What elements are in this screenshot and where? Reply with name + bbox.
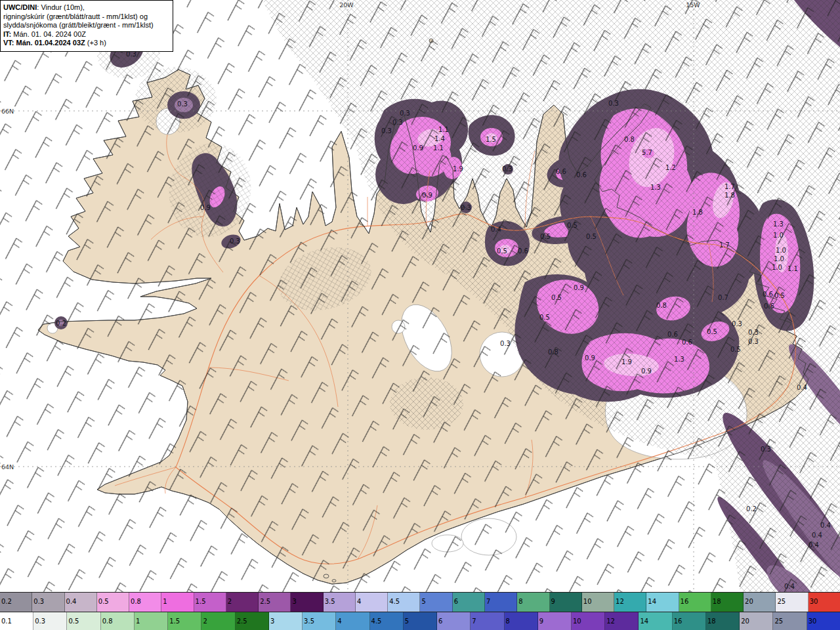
colorbar-cell: 16 [673,612,706,630]
colorbar-tick-label: 4 [356,593,387,611]
colorbar-tick-label: 30 [807,612,840,630]
colorbar-tick-label: 12 [605,612,638,630]
colorbar-cell: 10 [572,612,605,630]
init-time-line: IT: Mán. 01. 04. 2024 00Z [3,30,169,39]
colorbar-cell: 12 [614,593,646,612]
colorbar-tick-label: 25 [773,612,806,630]
colorbar-tick-label: 0.8 [129,593,161,611]
colorbar-cell: 10 [582,593,614,612]
colorbar-tick-label: 5 [420,593,452,611]
colorbar-cell: 7 [471,612,504,630]
colorbar-cell: 2.5 [259,593,291,612]
title-line-1: UWC/DINI: Vindur (10m), [3,3,169,12]
colorbar-cell: 18 [711,593,744,612]
colorbar-tick-label: 7 [485,593,516,611]
colorbar-tick-label: 14 [646,593,678,611]
colorbar-tick-label: 16 [673,612,705,630]
colorbar-cell: 0.8 [129,593,161,612]
colorbar-tick-label: 3 [291,593,322,611]
colorbar-cell: 0.4 [65,593,97,612]
colorbar-tick-label: 6 [453,593,484,611]
colorbar-tick-label: 0.8 [101,612,134,630]
colorbar-cell: 12 [605,612,639,630]
colorbar-cell: 5 [420,593,452,612]
colorbar-tick-label: 1 [161,593,193,611]
colorbar-tick-label: 8 [517,593,549,611]
colorbar-cell: 4.5 [388,593,420,612]
colorbar-cell: 20 [744,593,776,612]
colorbar-tick-label: 18 [711,593,743,611]
colorbar-cell: 25 [776,593,808,612]
colorbar-cell: 9 [538,612,572,630]
colorbar-cell: 6 [453,593,485,612]
map-area: 0.30.30.90.30.20.30.30.31.11.41.10.91.51… [0,0,840,592]
colorbar-tick-label: 12 [614,593,646,611]
colorbar-cell: 0.8 [101,612,135,630]
title-line-3: slydda/snjókoma (grátt/bleikt/grænt - mm… [3,21,169,30]
colorbar-tick-label: 1 [135,612,167,630]
colorbar-tick-label: 2 [201,612,234,630]
colorbar-cell: 9 [550,593,582,612]
colorbar-cell: 7 [485,593,517,612]
colorbar-tick-label: 4.5 [388,593,419,611]
colorbar-cell: 30 [807,612,840,630]
colorbar-tick-label: 0.5 [97,593,129,611]
colorbar-tick-label: 30 [808,593,840,611]
map-title-box: UWC/DINI: Vindur (10m), rigning/skúrir (… [0,0,173,52]
colorbar-tick-label: 10 [582,593,614,611]
colorbar-tick-label: 3 [269,612,302,630]
colorbar-tick-label: 1.5 [168,612,201,630]
colorbar-tick-label: 0.3 [33,612,66,630]
colorbar-cell: 3 [269,612,303,630]
colorbar-tick-label: 8 [505,612,537,630]
colorbar-tick-label: 0.3 [32,593,64,611]
colorbar-tick-label: 20 [740,612,772,630]
colorbar-cell: 20 [740,612,773,630]
colorbar-cell: 25 [773,612,807,630]
colorbar-tick-label: 0.1 [0,612,33,630]
colorbar-cell: 2 [201,612,235,630]
colorbar-cell: 3.5 [324,593,356,612]
colorbar-tick-label: 3.5 [303,612,335,630]
colorbar-cell: 16 [679,593,711,612]
colorbar-snow-scale: 0.20.30.40.50.811.522.533.544.5567891012… [0,592,840,612]
colorbar-tick-label: 16 [679,593,711,611]
colorbar-tick-label: 5 [404,612,436,630]
colorbar-tick-label: 2.5 [259,593,290,611]
colorbar-cell: 0.5 [67,612,100,630]
colorbar-tick-label: 4.5 [370,612,403,630]
colorbar-tick-label: 18 [706,612,739,630]
colorbar-cell: 4.5 [370,612,404,630]
colorbar-tick-label: 0.2 [0,593,32,611]
colorbar-cell: 1.5 [168,612,201,630]
colorbar-cell: 4 [356,593,388,612]
weather-map-page: 0.30.30.90.30.20.30.30.31.11.41.10.91.51… [0,0,840,630]
iceland-weather-map-svg [0,0,840,592]
colorbar-tick-label: 4 [336,612,369,630]
colorbar-cell: 0.5 [97,593,129,612]
colorbar-tick-label: 9 [538,612,571,630]
colorbar-tick-label: 9 [550,593,581,611]
colorbar-cell: 3 [291,593,323,612]
title-line-2: rigning/skúrir (grænt/blátt/rautt - mm/1… [3,12,169,22]
colorbar-cell: 5 [404,612,437,630]
colorbar-cell: 14 [639,612,672,630]
colorbar-cell: 18 [706,612,740,630]
model-name: UWC/DINI [3,3,37,11]
colorbar-tick-label: 3.5 [324,593,355,611]
colorbar-cell: 2 [226,593,259,612]
colorbar-tick-label: 2 [226,593,258,611]
colorbar-cell: 2.5 [236,612,269,630]
colorbar-cell: 14 [646,593,679,612]
colorbar-cell: 0.1 [0,612,33,630]
colorbar-tick-label: 6 [437,612,470,630]
colorbar-cell: 8 [517,593,549,612]
colorbar-tick-label: 0.5 [67,612,100,630]
colorbar-rain-scale: 0.10.30.50.811.522.533.544.5567891012141… [0,612,840,630]
colorbar-tick-label: 10 [572,612,604,630]
colorbar-tick-label: 20 [744,593,775,611]
colorbar-tick-label: 14 [639,612,671,630]
colorbar-cell: 1 [135,612,168,630]
colorbar-tick-label: 7 [471,612,503,630]
colorbar-tick-label: 0.4 [65,593,96,611]
